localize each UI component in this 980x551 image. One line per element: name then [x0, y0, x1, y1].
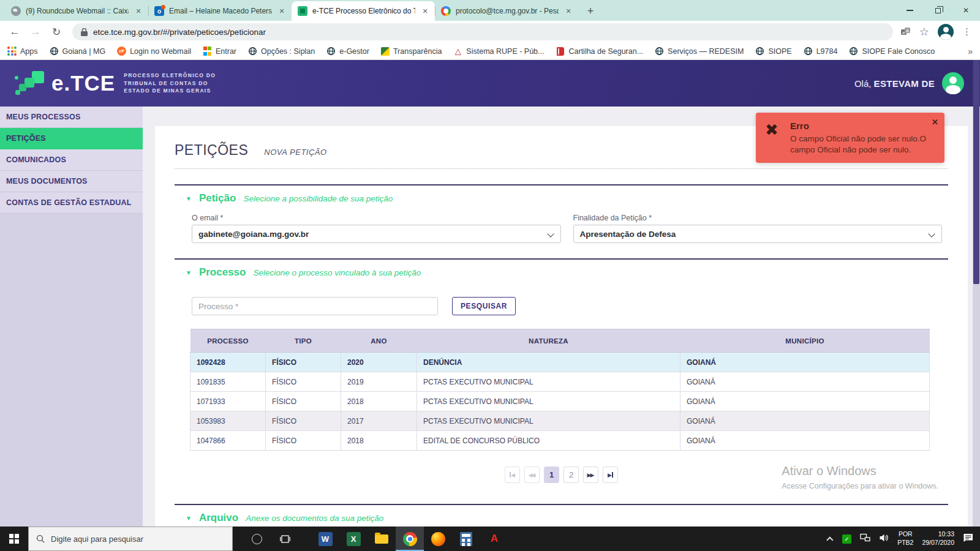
bookmark-siope-fale-conosco[interactable]: SIOPE Fale Conosco: [849, 47, 935, 56]
notification-center-icon[interactable]: [963, 533, 974, 545]
email-label: O email *: [192, 214, 561, 222]
sidebar-item-peticoes[interactable]: PETIÇÕES: [0, 128, 143, 149]
bookmark-login-webmail[interactable]: cP Login no Webmail: [117, 47, 191, 56]
table-header-row: PROCESSO TIPO ANO NATUREZA MUNICÍPIO: [190, 329, 930, 353]
app-tagline: PROCESSO ELETRÔNICO DO TRIBUNAL DE CONTA…: [124, 72, 216, 95]
new-tab-button[interactable]: +: [582, 2, 599, 20]
table-row[interactable]: 1071933FÍSICO2018PCTAS EXECUTIVO MUNICIP…: [190, 392, 930, 411]
table-row[interactable]: 1053983FÍSICO2017PCTAS EXECUTIVO MUNICIP…: [190, 411, 930, 431]
bookmark-label: Cartilha de Seguran...: [568, 47, 643, 56]
bookmark-sistema-rupe[interactable]: △ Sistema RUPE - Púb...: [453, 47, 544, 56]
word-taskbar-button[interactable]: W: [311, 527, 339, 551]
clock[interactable]: 10:33 29/07/2020: [922, 530, 954, 547]
chevron-down-icon: ▼: [186, 269, 192, 276]
etce-logo-icon: [13, 67, 47, 99]
cortana-button[interactable]: [243, 527, 271, 551]
network-icon[interactable]: [860, 533, 870, 544]
tab-etce-active[interactable]: e-TCE Processo Eletrônico do Trib ✕: [292, 1, 435, 21]
tab-roundcube[interactable]: (9) Roundcube Webmail :: Caixa d ✕: [5, 1, 148, 21]
section-processo-header[interactable]: ▼ Processo Selecione o processo vinculad…: [175, 266, 948, 279]
file-explorer-button[interactable]: [368, 527, 396, 551]
calculator-taskbar-button[interactable]: [452, 527, 480, 551]
bookmark-entrar[interactable]: Entrar: [203, 47, 236, 56]
finalidade-select[interactable]: Apresentação de Defesa: [573, 225, 943, 243]
sidebar-item-contas-gestao[interactable]: CONTAS DE GESTÃO ESTADUAL: [0, 192, 143, 214]
pagination-page-2[interactable]: 2: [564, 467, 579, 483]
reload-button[interactable]: ↻: [48, 23, 65, 40]
email-select[interactable]: gabinete@goiana.mg.gov.br: [192, 225, 561, 243]
bookmarks-overflow-icon[interactable]: »: [968, 47, 973, 56]
toast-message: O campo Oficial não pode ser nulo.O camp…: [790, 133, 936, 155]
bookmark-transparencia[interactable]: Transparência: [381, 47, 442, 56]
bookmark-egestor[interactable]: e-Gestor: [326, 47, 369, 56]
start-button[interactable]: [0, 527, 28, 551]
tab-google-search[interactable]: protocolo@tce.mg.gov.br - Pesq ✕: [435, 1, 578, 21]
content-card: PETIÇÕES NOVA PETIÇÃO ▼ Petição Selecion…: [155, 126, 968, 527]
close-tab-icon[interactable]: ✕: [277, 6, 287, 16]
pagination-prev-button[interactable]: ◀◀: [524, 467, 540, 483]
bookmark-goiana-mg[interactable]: Goianá | MG: [50, 47, 106, 56]
pagination-last-button[interactable]: ▶: [603, 467, 618, 483]
bookmark-siope[interactable]: SIOPE: [755, 47, 791, 56]
main-content: PETIÇÕES NOVA PETIÇÃO ▼ Petição Selecion…: [143, 107, 980, 527]
table-row[interactable]: 1092428FÍSICO2020DENÚNCIAGOIANÁ: [190, 353, 930, 372]
forward-button[interactable]: →: [27, 23, 44, 40]
section-arquivo-header[interactable]: ▼ Arquivo Anexe os documentos da sua pet…: [175, 512, 948, 524]
language-indicator[interactable]: POR PTB2: [897, 530, 913, 547]
antivirus-check-icon[interactable]: ✓: [842, 534, 851, 544]
pesquisar-button[interactable]: PESQUISAR: [452, 297, 516, 315]
sidebar-item-meus-processos[interactable]: MEUS PROCESSOS: [0, 107, 143, 128]
taskbar-search-box[interactable]: Digite aqui para pesquisar: [28, 527, 233, 551]
chrome-icon: [403, 532, 417, 546]
menu-dots-icon[interactable]: ⋮: [962, 26, 971, 37]
bookmark-label: Goianá | MG: [62, 47, 106, 56]
scrollbar-thumb[interactable]: [973, 60, 979, 284]
time-text: 10:33: [922, 530, 954, 539]
bookmark-label: SIOPE Fale Conosco: [862, 47, 935, 56]
translate-icon[interactable]: aA: [900, 27, 911, 37]
close-window-button[interactable]: ✕: [952, 0, 980, 21]
table-row[interactable]: 1091835FÍSICO2019PCTAS EXECUTIVO MUNICIP…: [190, 372, 930, 392]
bookmark-servicos-redesim[interactable]: Serviços — REDESIM: [655, 47, 744, 56]
address-bar[interactable]: etce.tce.mg.gov.br/#/private/peticoes/pe…: [72, 23, 893, 40]
bookmark-l9784[interactable]: L9784: [804, 47, 838, 56]
profile-avatar[interactable]: [938, 24, 954, 40]
bookmark-cartilha-seguranca[interactable]: Cartilha de Seguran...: [556, 47, 643, 56]
bookmark-label: Entrar: [216, 47, 236, 56]
minimize-button[interactable]: [895, 0, 924, 21]
task-view-button[interactable]: [271, 527, 299, 551]
sidebar-item-label: COMUNICADOS: [6, 156, 66, 164]
bookmark-apps[interactable]: Apps: [7, 47, 38, 56]
volume-icon[interactable]: [879, 533, 889, 545]
chrome-taskbar-button[interactable]: [396, 527, 424, 551]
date-text: 29/07/2020: [922, 539, 954, 547]
tab-outlook-email[interactable]: o Email – Helaine Macedo Peters – ✕: [148, 1, 292, 21]
adobe-reader-button[interactable]: A: [480, 527, 508, 551]
user-avatar[interactable]: [942, 72, 964, 94]
bookmark-opcoes-siplan[interactable]: Opções : Siplan: [248, 47, 315, 56]
sidebar-item-comunicados[interactable]: COMUNICADOS: [0, 149, 143, 171]
peticao-form-row: O email * gabinete@goiana.mg.gov.br Fina…: [192, 214, 942, 243]
firefox-taskbar-button[interactable]: [424, 527, 452, 551]
apps-grid-icon: [7, 47, 17, 56]
pagination-next-button[interactable]: ▶▶: [583, 467, 598, 483]
restore-button[interactable]: [924, 0, 952, 21]
pagination-first-button[interactable]: ◀: [505, 467, 520, 483]
excel-taskbar-button[interactable]: X: [339, 527, 368, 551]
pagination-page-1[interactable]: 1: [544, 467, 559, 483]
bookmark-star-icon[interactable]: ☆: [919, 25, 929, 39]
page-scrollbar[interactable]: [973, 60, 980, 527]
sidebar-item-meus-documentos[interactable]: MEUS DOCUMENTOS: [0, 171, 143, 192]
processo-search-input[interactable]: [192, 297, 438, 315]
bookmark-label: Sistema RUPE - Púb...: [466, 47, 544, 56]
close-tab-icon[interactable]: ✕: [420, 6, 430, 16]
back-button[interactable]: ←: [6, 23, 23, 40]
section-peticao-header[interactable]: ▼ Petição Selecione a possibilidade de s…: [175, 192, 948, 204]
toast-close-icon[interactable]: ✕: [932, 118, 938, 127]
close-tab-icon[interactable]: ✕: [134, 6, 143, 16]
bookmark-label: Login no Webmail: [130, 47, 191, 56]
calculator-icon: [460, 532, 472, 546]
tray-chevron-up-icon[interactable]: [826, 536, 833, 543]
close-tab-icon[interactable]: ✕: [564, 6, 573, 16]
table-row[interactable]: 1047866FÍSICO2018EDITAL DE CONCURSO PÚBL…: [190, 431, 930, 451]
